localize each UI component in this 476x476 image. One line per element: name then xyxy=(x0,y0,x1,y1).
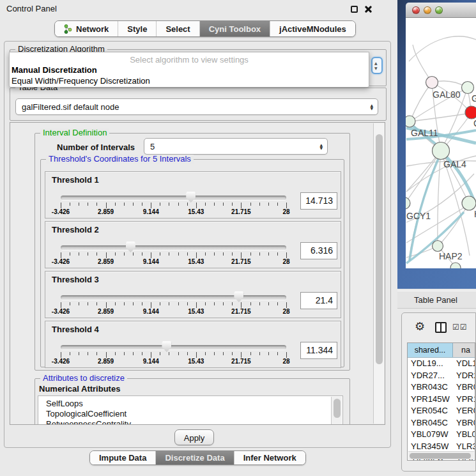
network-node-gal80[interactable] xyxy=(426,77,438,89)
slider-track[interactable] xyxy=(61,295,286,300)
slider-tick xyxy=(88,203,88,206)
network-node-label: GAL11 xyxy=(411,128,438,138)
tab-jactivemnodules[interactable]: jActiveMNodules xyxy=(270,21,355,36)
tab-discretize-data[interactable]: Discretize Data xyxy=(155,451,233,464)
slider-tick xyxy=(214,352,215,355)
apply-button[interactable]: Apply xyxy=(174,429,214,445)
network-node-gal4[interactable] xyxy=(433,142,450,160)
attribute-item-topologicalcoefficient[interactable]: TopologicalCoefficient xyxy=(38,409,342,419)
group-title: Threshold's Coordinates for 5 Intervals xyxy=(46,155,194,164)
network-node-g[interactable] xyxy=(462,82,474,94)
float-window-icon[interactable] xyxy=(351,6,358,13)
attribute-item-betweennesscentrality[interactable]: BetweennessCentrality xyxy=(38,419,342,425)
algorithm-dropdown-popup: Select algorithm to view settings Manual… xyxy=(9,52,369,88)
zoom-traffic-light-icon[interactable] xyxy=(435,6,443,14)
algorithm-option-equal-width-frequency-discretization[interactable]: Equal Width/Frequency Discretization xyxy=(10,75,369,86)
network-node-c[interactable] xyxy=(465,106,476,119)
slider-tick xyxy=(124,252,125,256)
slider-thumb[interactable] xyxy=(126,242,135,252)
tick-label: 15.43 xyxy=(188,358,204,365)
slider-tick xyxy=(250,203,251,206)
column-header-na[interactable]: na xyxy=(453,343,475,357)
network-node-hap2[interactable] xyxy=(433,241,443,252)
network-node-gcy1[interactable] xyxy=(406,197,410,209)
network-window-titlebar[interactable] xyxy=(406,3,476,18)
algorithm-option-manual-discretization[interactable]: Manual Discretization xyxy=(10,65,369,75)
slider-track[interactable] xyxy=(61,196,286,200)
slider-tick xyxy=(286,352,287,358)
tab-impute-data[interactable]: Impute Data xyxy=(90,451,155,464)
split-columns-icon[interactable] xyxy=(435,322,447,333)
column-header-shared[interactable]: shared... xyxy=(408,343,453,357)
threshold-value-field[interactable]: 11.344 xyxy=(300,342,337,359)
network-edge xyxy=(409,36,476,61)
network-node-h[interactable] xyxy=(462,196,476,210)
close-traffic-light-icon[interactable] xyxy=(412,6,420,14)
table-row[interactable]: YBR043CYBR0 xyxy=(408,381,475,394)
gear-icon[interactable]: ⚙ xyxy=(415,319,425,333)
table-row[interactable]: YER054CYER0 xyxy=(408,405,475,417)
slider-tick-labels: -3.4262.8599.14415.4321.71528 xyxy=(61,258,286,266)
slider-tick xyxy=(223,302,224,305)
table-hscrollbar-thumb[interactable] xyxy=(410,453,471,459)
threshold-value-field[interactable]: 14.713 xyxy=(300,192,337,210)
slider-tick xyxy=(196,302,197,308)
slider-tick xyxy=(178,352,179,355)
tab-network[interactable]: Network xyxy=(55,21,118,36)
slider-tick xyxy=(96,352,97,355)
tick-label: 15.43 xyxy=(188,208,204,215)
table-row[interactable]: YPR145WYPR1 xyxy=(408,394,475,406)
slider-thumb[interactable] xyxy=(234,291,243,302)
network-node[interactable] xyxy=(450,263,461,268)
network-node-gal11[interactable] xyxy=(406,116,415,127)
slider-tick xyxy=(124,352,125,355)
slider-tick xyxy=(259,203,260,206)
threshold-value-field[interactable]: 21.4 xyxy=(300,292,337,309)
attribute-item-selfloops[interactable]: SelfLoops xyxy=(38,396,342,409)
slider-tick xyxy=(241,352,242,358)
table-row[interactable]: YBL079WYBL0 xyxy=(408,429,475,441)
tick-label: 2.859 xyxy=(98,358,114,365)
tab-style[interactable]: Style xyxy=(118,21,156,36)
algorithm-combobox-arrow-button[interactable] xyxy=(371,57,383,74)
table-row[interactable]: YDL19...YDL1 xyxy=(408,358,475,370)
slider-tick xyxy=(178,252,179,256)
select-columns-icon[interactable]: ☑☑ xyxy=(452,323,468,332)
slider-tick xyxy=(259,252,260,256)
tab-select[interactable]: Select xyxy=(156,21,199,36)
tab-infer-network[interactable]: Infer Network xyxy=(234,451,305,464)
list-scrollbar-thumb[interactable] xyxy=(334,399,341,418)
settings-scrollpane: Interval Definition Number of Intervals … xyxy=(10,122,385,425)
tick-label: 15.43 xyxy=(188,308,204,315)
network-canvas[interactable]: GAL80GCGAL11GAL4GCY1HHAP2 xyxy=(406,18,476,268)
network-icon xyxy=(64,24,72,34)
threshold-value-field[interactable]: 6.316 xyxy=(300,242,337,259)
tick-label: 2.859 xyxy=(98,208,114,215)
tab-label: Select xyxy=(165,24,190,34)
slider-thumb[interactable] xyxy=(186,192,196,203)
slider-tick-labels: -3.4262.8599.14415.4321.71528 xyxy=(61,308,286,316)
minimize-traffic-light-icon[interactable] xyxy=(424,6,431,14)
list-scrollbar[interactable] xyxy=(331,397,342,425)
group-title: Attributes to discretize xyxy=(40,374,127,383)
settings-scrollbar-thumb[interactable] xyxy=(376,134,383,364)
slider-track[interactable] xyxy=(61,345,286,349)
tick-label: 28 xyxy=(282,258,289,265)
table-row[interactable]: YBR045CYBR0 xyxy=(408,417,475,429)
number-of-intervals-select[interactable]: 5 xyxy=(144,138,328,155)
threshold-box-2: Threshold 2-3.4262.8599.14415.4321.71528… xyxy=(45,221,341,268)
slider-tick xyxy=(61,252,61,258)
slider-thumb[interactable] xyxy=(162,341,171,352)
table-hscrollbar[interactable] xyxy=(408,451,474,459)
slider-tick xyxy=(79,302,79,305)
slider-tick xyxy=(232,352,233,355)
settings-scrollbar[interactable] xyxy=(373,123,384,424)
tab-cyni-toolbox[interactable]: Cyni Toolbox xyxy=(199,21,270,36)
table-row[interactable]: YDR27...YDR2 xyxy=(408,370,475,382)
slider-tick xyxy=(277,203,278,206)
tick-label: 9.144 xyxy=(143,358,159,365)
slider-tick xyxy=(96,302,97,305)
slider-track[interactable] xyxy=(61,245,286,250)
table-data-select[interactable]: galFiltered.sif default node xyxy=(15,98,378,115)
close-icon[interactable] xyxy=(364,5,372,13)
